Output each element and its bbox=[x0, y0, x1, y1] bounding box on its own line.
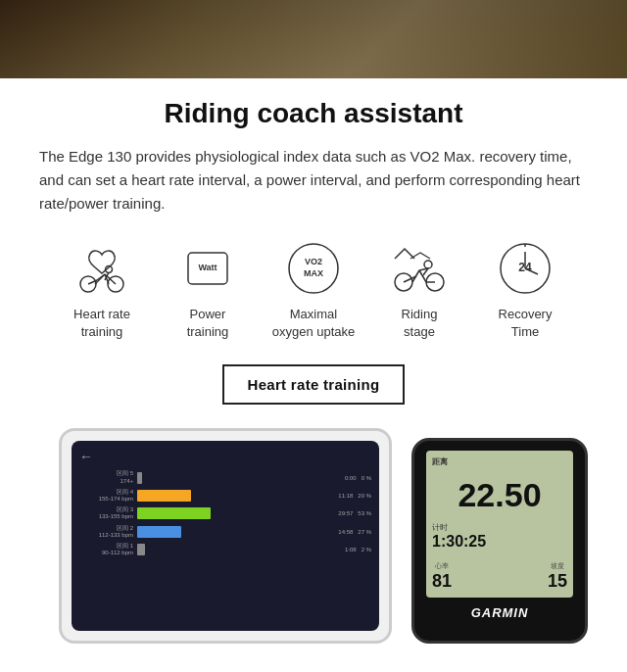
chart-stats-4: 11:18 20 % bbox=[313, 493, 371, 499]
chart-stats-3: 29:57 53 % bbox=[313, 510, 371, 516]
hero-image bbox=[0, 0, 627, 78]
page-description: The Edge 130 provides physiological inde… bbox=[39, 145, 588, 216]
chart-row-5: 区间 5174+ 0:00 0 % bbox=[79, 470, 371, 484]
chart-label-2: 区间 2112-133 bpm bbox=[79, 525, 133, 539]
phone-mockup: ← 区间 5174+ 0:00 0 % 区间 4155-174 bpm bbox=[59, 428, 392, 644]
feature-vo2max-label: Maximaloxygen uptake bbox=[272, 306, 356, 341]
chart-bar-1 bbox=[137, 544, 145, 555]
vo2max-icon: VO2 MAX bbox=[284, 239, 343, 298]
back-button[interactable]: ← bbox=[79, 449, 371, 464]
chart-bar-5 bbox=[137, 472, 142, 484]
heart-rate-chart: 区间 5174+ 0:00 0 % 区间 4155-174 bpm 11:18 … bbox=[79, 470, 371, 556]
gps-bottom-metrics: 心率 81 坡度 15 bbox=[432, 561, 567, 592]
chart-bar-wrap-2 bbox=[137, 525, 309, 539]
recovery-icon: 24 bbox=[496, 239, 555, 298]
svg-text:VO2: VO2 bbox=[305, 257, 322, 266]
chart-stats-5: 0:00 0 % bbox=[313, 475, 371, 481]
chart-label-1: 区间 190-112 bpm bbox=[79, 543, 133, 556]
chart-row-3: 区间 3133-155 bpm 29:57 53 % bbox=[79, 506, 371, 520]
gps-cadence-value: 15 bbox=[548, 571, 567, 592]
gps-speed-display: 22.50 bbox=[432, 478, 567, 511]
chart-bar-wrap-1 bbox=[137, 543, 309, 556]
feature-power: Watt Powertraining bbox=[159, 239, 257, 341]
feature-vo2max: VO2 MAX Maximaloxygen uptake bbox=[265, 239, 362, 341]
watt-icon: Watt bbox=[178, 239, 237, 298]
gps-hr-value: 81 bbox=[432, 571, 452, 592]
chart-row-2: 区间 2112-133 bpm 14:58 27 % bbox=[79, 525, 371, 539]
svg-point-20 bbox=[424, 261, 432, 268]
chart-stats-2: 14:58 27 % bbox=[313, 529, 371, 535]
gps-time-label: 计时 bbox=[432, 522, 567, 533]
chart-bar-wrap-3 bbox=[137, 506, 309, 520]
gps-cadence-metric: 坡度 15 bbox=[548, 561, 567, 592]
gps-hr-metric: 心率 81 bbox=[432, 561, 452, 592]
gps-time-value: 1:30:25 bbox=[432, 533, 567, 551]
svg-text:MAX: MAX bbox=[304, 268, 323, 278]
gps-speed-value: 22.50 bbox=[432, 478, 567, 511]
main-content: Riding coach assistant The Edge 130 prov… bbox=[0, 78, 627, 663]
gps-hr-label: 心率 bbox=[435, 561, 449, 571]
svg-text:24: 24 bbox=[518, 261, 532, 274]
feature-recovery-label: RecoveryTime bbox=[499, 306, 553, 341]
cta-container: Heart rate training bbox=[39, 364, 588, 405]
chart-bar-2 bbox=[137, 526, 181, 538]
gps-screen: 距离 22.50 计时 1:30:25 心率 81 坡度 15 bbox=[426, 451, 573, 598]
chart-bar-wrap-5 bbox=[137, 471, 309, 485]
heart-rate-training-button[interactable]: Heart rate training bbox=[222, 364, 406, 405]
gps-device: 距离 22.50 计时 1:30:25 心率 81 坡度 15 bbox=[411, 438, 588, 644]
feature-power-label: Powertraining bbox=[187, 306, 229, 341]
features-row: Heart ratetraining Watt Powertraining VO… bbox=[39, 239, 588, 341]
chart-row-4: 区间 4155-174 bpm 11:18 20 % bbox=[79, 489, 371, 503]
chart-bar-4 bbox=[137, 490, 191, 502]
feature-riding-stage: Ridingstage bbox=[370, 239, 468, 341]
riding-stage-icon bbox=[390, 239, 449, 298]
garmin-logo: GARMIN bbox=[471, 605, 529, 620]
feature-riding-stage-label: Ridingstage bbox=[402, 306, 438, 341]
back-arrow-icon: ← bbox=[79, 449, 93, 464]
devices-row: ← 区间 5174+ 0:00 0 % 区间 4155-174 bpm bbox=[39, 428, 588, 644]
gps-cadence-label: 坡度 bbox=[551, 561, 564, 571]
chart-label-5: 区间 5174+ bbox=[79, 470, 133, 484]
feature-heart-rate-label: Heart ratetraining bbox=[73, 306, 130, 341]
page-title: Riding coach assistant bbox=[39, 98, 588, 129]
gps-time-row: 计时 1:30:25 bbox=[432, 522, 567, 551]
svg-line-5 bbox=[97, 274, 105, 280]
chart-stats-1: 1:08 2 % bbox=[313, 547, 371, 552]
feature-recovery: 24 RecoveryTime bbox=[476, 239, 574, 341]
gps-distance-row: 距离 bbox=[432, 456, 567, 467]
svg-text:Watt: Watt bbox=[198, 263, 217, 272]
heart-bike-icon bbox=[72, 239, 131, 298]
chart-row-1: 区间 190-112 bpm 1:08 2 % bbox=[79, 543, 371, 556]
chart-bar-3 bbox=[137, 507, 211, 519]
chart-label-3: 区间 3133-155 bpm bbox=[79, 506, 133, 520]
phone-screen: ← 区间 5174+ 0:00 0 % 区间 4155-174 bpm bbox=[72, 441, 379, 631]
chart-label-4: 区间 4155-174 bpm bbox=[79, 489, 133, 503]
gps-distance-label: 距离 bbox=[432, 456, 448, 467]
chart-bar-wrap-4 bbox=[137, 489, 309, 503]
feature-heart-rate: Heart ratetraining bbox=[53, 239, 151, 341]
